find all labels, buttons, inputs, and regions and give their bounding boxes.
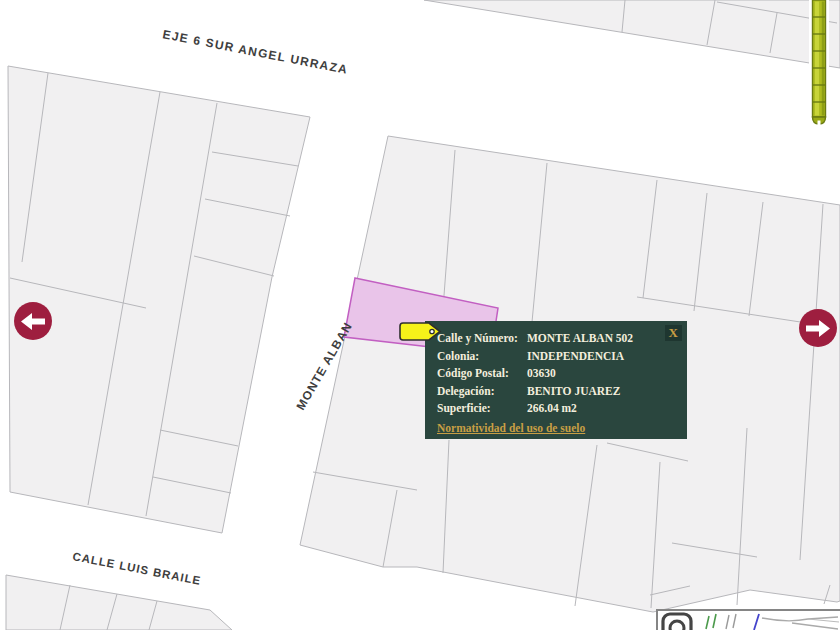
popup-field-value: 266.04 m2 xyxy=(527,400,679,418)
popup-rows: Calle y Número:MONTE ALBAN 502Colonia:IN… xyxy=(437,330,679,418)
overview-map-canvas xyxy=(658,611,840,630)
popup-row: Calle y Número:MONTE ALBAN 502 xyxy=(437,330,679,348)
popup-field-label: Delegación: xyxy=(437,383,527,401)
popup-field-value: INDEPENDENCIA xyxy=(527,348,679,366)
zoom-slider[interactable] xyxy=(806,0,832,132)
popup-row: Colonia:INDEPENDENCIA xyxy=(437,348,679,366)
popup-field-label: Superficie: xyxy=(437,400,527,418)
overview-pan-icon[interactable] xyxy=(663,614,691,630)
overview-map[interactable] xyxy=(656,609,840,630)
previous-parcel-button[interactable] xyxy=(14,302,52,340)
popup-row: Superficie:266.04 m2 xyxy=(437,400,679,418)
street-label-luis-braile: CALLE LUIS BRAILE xyxy=(72,550,203,587)
popup-row: Delegación:BENITO JUAREZ xyxy=(437,383,679,401)
popup-field-label: Colonia: xyxy=(437,348,527,366)
arrow-left-icon xyxy=(21,313,45,330)
popup-field-value: 03630 xyxy=(527,365,679,383)
map-viewport[interactable]: EJE 6 SUR ANGEL URRAZA MONTE ALBAN CALLE… xyxy=(0,0,840,630)
tag-marker-icon[interactable] xyxy=(397,320,445,344)
parcel-map: EJE 6 SUR ANGEL URRAZA MONTE ALBAN CALLE… xyxy=(0,0,840,630)
normatividad-link[interactable]: Normatividad del uso de suelo xyxy=(437,422,585,434)
popup-row: Código Postal:03630 xyxy=(437,365,679,383)
popup-field-value: BENITO JUAREZ xyxy=(527,383,679,401)
popup-field-value: MONTE ALBAN 502 xyxy=(527,330,679,348)
popup-field-label: Código Postal: xyxy=(437,365,527,383)
parcel-info-popup: X Calle y Número:MONTE ALBAN 502Colonia:… xyxy=(425,321,687,439)
arrow-right-icon xyxy=(806,320,830,337)
popup-field-label: Calle y Número: xyxy=(437,330,527,348)
overview-street-lines xyxy=(706,614,839,630)
close-x-icon[interactable]: X xyxy=(665,325,682,341)
parcel-block xyxy=(424,0,840,68)
parcel-block xyxy=(8,66,310,533)
street-label-eje-6-sur: EJE 6 SUR ANGEL URRAZA xyxy=(161,27,349,77)
next-parcel-button[interactable] xyxy=(799,309,837,347)
